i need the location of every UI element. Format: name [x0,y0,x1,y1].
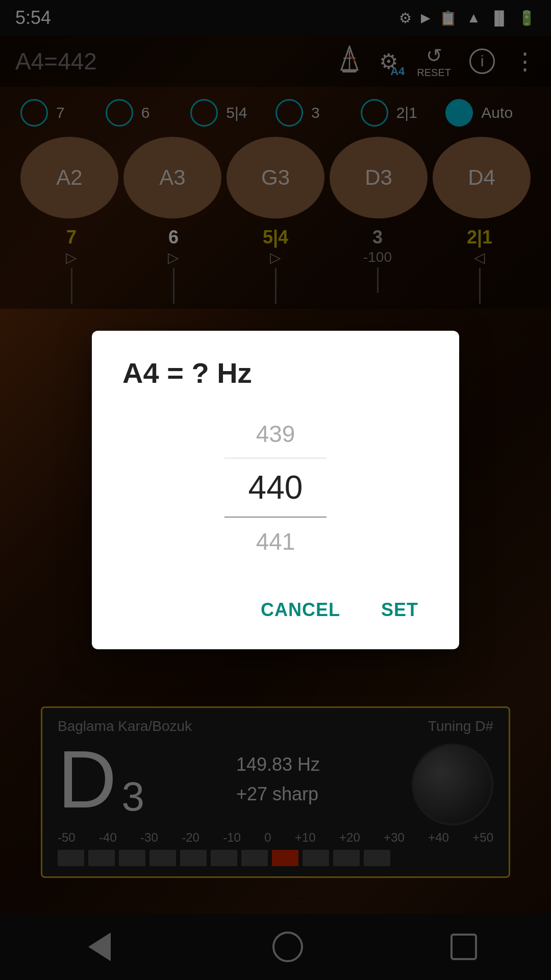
picker-above: 439 [224,410,327,458]
dialog: A4 = ? Hz 439 440 441 CANCEL SET [92,331,459,649]
picker-below: 441 [224,518,327,566]
dialog-title: A4 = ? Hz [122,356,429,389]
number-picker[interactable]: 439 440 441 [122,410,429,566]
dialog-actions: CANCEL SET [122,591,429,629]
dialog-overlay: A4 = ? Hz 439 440 441 CANCEL SET [0,0,551,980]
set-button[interactable]: SET [371,591,429,629]
picker-selected: 440 [224,458,327,518]
cancel-button[interactable]: CANCEL [251,591,350,629]
